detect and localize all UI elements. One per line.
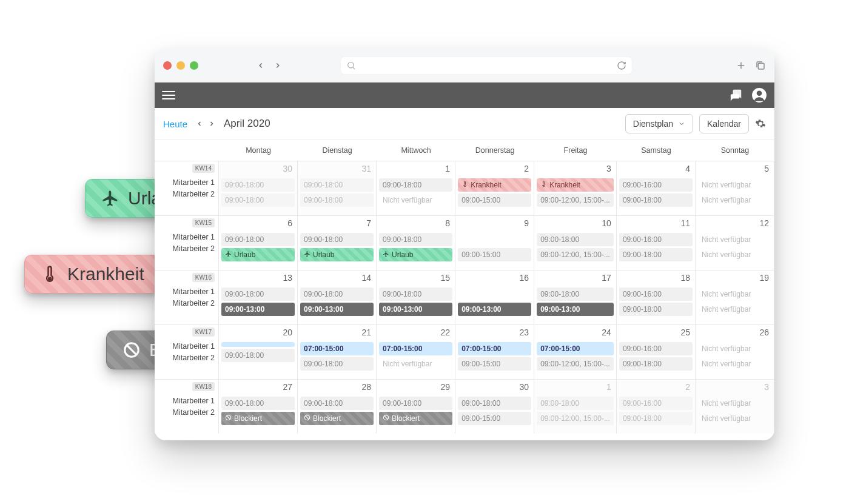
calendar-entry[interactable]: 09:00-16:00 <box>619 397 693 410</box>
calendar-entry[interactable]: 09:00-18:00 <box>221 287 295 301</box>
calendar-entry[interactable]: 09:00-18:00 <box>619 303 693 316</box>
calendar-entry[interactable]: 09:00-18:00 <box>379 178 452 192</box>
calendar-entry[interactable]: 09:00-15:00 <box>458 357 531 371</box>
calendar-day-cell[interactable]: 12 Nicht verfügbarNicht verfügbar <box>696 215 774 270</box>
calendar-entry[interactable]: 09:00-16:00 <box>619 287 693 301</box>
calendar-entry[interactable]: 09:00-18:00 <box>221 178 295 192</box>
calendar-day-cell[interactable]: 22 07:00-15:00Nicht verfügbar <box>377 324 455 379</box>
calendar-entry[interactable]: 09:00-18:00 <box>300 397 374 410</box>
next-month-button[interactable] <box>208 120 215 127</box>
calendar-day-cell[interactable]: 1 09:00-18:00Nicht verfügbar <box>377 161 455 215</box>
calendar-day-cell[interactable]: 21 07:00-15:0009:00-18:00 <box>298 324 377 379</box>
calendar-entry[interactable]: 09:00-18:00 <box>221 349 295 362</box>
chat-icon[interactable] <box>730 89 743 102</box>
calendar-day-cell[interactable]: 29 09:00-18:00Blockiert <box>377 379 455 434</box>
calendar-day-cell[interactable]: 14 09:00-18:0009:00-13:00 <box>298 270 377 324</box>
calendar-day-cell[interactable]: 27 09:00-18:00Blockiert <box>219 379 298 434</box>
calendar-entry[interactable]: 09:00-12:00, 15:00-... <box>537 193 614 207</box>
calendar-entry[interactable]: 09:00-12:00, 15:00-... <box>537 412 614 425</box>
calendar-entry[interactable]: 07:00-15:00 <box>537 342 614 355</box>
calendar-entry[interactable]: 09:00-18:00 <box>300 193 374 207</box>
calendar-entry[interactable]: 09:00-15:00 <box>458 193 531 207</box>
calendar-entry[interactable]: 09:00-12:00, 15:00-... <box>537 357 614 371</box>
calendar-entry[interactable]: 07:00-15:00 <box>300 342 374 355</box>
calendar-entry[interactable]: 09:00-18:00 <box>537 233 614 246</box>
calendar-day-cell[interactable]: 15 09:00-18:0009:00-13:00 <box>377 270 455 324</box>
calendar-entry[interactable]: Krankheit <box>458 178 531 192</box>
calendar-entry[interactable]: Nicht verfügbar <box>698 303 771 316</box>
calendar-entry[interactable]: Urlaub <box>300 248 374 261</box>
reload-button[interactable] <box>617 61 626 70</box>
calendar-day-cell[interactable]: 2 09:00-16:0009:00-18:00 <box>617 379 696 434</box>
calendar-entry[interactable]: 07:00-15:00 <box>458 342 531 355</box>
calendar-entry[interactable]: 09:00-18:00 <box>458 397 531 410</box>
calendar-day-cell[interactable]: 26 Nicht verfügbarNicht verfügbar <box>696 324 774 379</box>
calendar-day-cell[interactable]: 18 09:00-16:0009:00-18:00 <box>617 270 696 324</box>
calendar-entry[interactable]: Nicht verfügbar <box>379 193 452 207</box>
calendar-entry[interactable]: 09:00-16:00 <box>619 178 693 192</box>
calendar-entry[interactable]: 09:00-18:00 <box>619 357 693 371</box>
calendar-entry[interactable]: 09:00-18:00 <box>619 193 693 207</box>
calendar-entry[interactable]: 09:00-18:00 <box>537 287 614 301</box>
calendar-day-cell[interactable]: 13 09:00-18:0009:00-13:00 <box>219 270 298 324</box>
calendar-day-cell[interactable]: 9 x09:00-15:00 <box>455 215 534 270</box>
calendar-day-cell[interactable]: 3 Krankheit09:00-12:00, 15:00-... <box>534 161 617 215</box>
calendar-entry[interactable]: 09:00-15:00 <box>458 412 531 425</box>
calendar-day-cell[interactable]: 11 09:00-16:0009:00-18:00 <box>617 215 696 270</box>
calendar-entry[interactable]: 09:00-13:00 <box>379 303 452 316</box>
calendar-entry[interactable]: Nicht verfügbar <box>698 248 771 261</box>
calendar-day-cell[interactable]: 30 09:00-18:0009:00-18:00 <box>219 161 298 215</box>
calendar-day-cell[interactable]: 3 Nicht verfügbarNicht verfügbar <box>696 379 774 434</box>
maximize-window-button[interactable] <box>190 61 198 70</box>
calendar-entry[interactable]: 09:00-18:00 <box>221 397 295 410</box>
calendar-day-cell[interactable]: 16 x09:00-13:00 <box>455 270 534 324</box>
calendar-entry[interactable]: 09:00-12:00, 15:00-... <box>537 248 614 261</box>
calendar-entry[interactable]: Nicht verfügbar <box>698 193 771 207</box>
calendar-day-cell[interactable]: 17 09:00-18:0009:00-13:00 <box>534 270 617 324</box>
calendar-day-cell[interactable]: 24 07:00-15:0009:00-12:00, 15:00-... <box>534 324 617 379</box>
calendar-entry[interactable]: 09:00-15:00 <box>458 248 531 261</box>
calendar-entry[interactable]: Nicht verfügbar <box>698 357 771 371</box>
calendar-day-cell[interactable]: 8 09:00-18:00Urlaub <box>377 215 455 270</box>
calendar-entry[interactable]: Nicht verfügbar <box>698 287 771 301</box>
calendar-entry[interactable]: Nicht verfügbar <box>698 233 771 246</box>
forward-button[interactable] <box>270 58 286 73</box>
calendar-day-cell[interactable]: 5 Nicht verfügbarNicht verfügbar <box>696 161 774 215</box>
calendar-day-cell[interactable]: 6 09:00-18:00Urlaub <box>219 215 298 270</box>
calendar-entry[interactable]: 09:00-18:00 <box>300 233 374 246</box>
calendar-day-cell[interactable]: 25 09:00-16:0009:00-18:00 <box>617 324 696 379</box>
calendar-entry[interactable]: 09:00-13:00 <box>537 303 614 316</box>
tabs-icon[interactable] <box>755 60 766 71</box>
calendar-entry[interactable]: 09:00-18:00 <box>300 178 374 192</box>
calendar-entry[interactable]: 09:00-18:00 <box>619 412 693 425</box>
calendar-entry[interactable]: Blockiert <box>221 412 295 425</box>
close-window-button[interactable] <box>163 61 172 70</box>
calendar-entry[interactable]: Urlaub <box>379 248 452 261</box>
calendar-entry[interactable]: 07:00-15:00 <box>379 342 452 355</box>
calendar-entry[interactable]: 09:00-13:00 <box>221 303 295 316</box>
user-avatar-icon[interactable] <box>751 87 767 103</box>
calendar-entry[interactable]: 09:00-18:00 <box>619 248 693 261</box>
calendar-day-cell[interactable]: 23 07:00-15:0009:00-15:00 <box>455 324 534 379</box>
calendar-day-cell[interactable]: 31 09:00-18:0009:00-18:00 <box>298 161 377 215</box>
calendar-entry[interactable]: 09:00-18:00 <box>379 233 452 246</box>
calendar-entry[interactable]: 09:00-18:00 <box>379 397 452 410</box>
today-button[interactable]: Heute <box>163 119 187 129</box>
calendar-entry[interactable]: Krankheit <box>537 178 614 192</box>
calendar-day-cell[interactable]: 10 09:00-18:0009:00-12:00, 15:00-... <box>534 215 617 270</box>
url-bar[interactable] <box>340 56 633 75</box>
calendar-entry[interactable]: 09:00-13:00 <box>458 303 531 316</box>
calendar-day-cell[interactable]: 2 Krankheit09:00-15:00 <box>455 161 534 215</box>
calendar-entry[interactable]: Nicht verfügbar <box>698 412 771 425</box>
calendar-entry[interactable]: 09:00-13:00 <box>300 303 374 316</box>
back-button[interactable] <box>253 58 269 73</box>
calendar-entry[interactable]: Blockiert <box>379 412 452 425</box>
calendar-entry[interactable]: 09:00-18:00 <box>537 397 614 410</box>
prev-month-button[interactable] <box>196 120 203 127</box>
calendar-day-cell[interactable]: 7 09:00-18:00Urlaub <box>298 215 377 270</box>
calendar-day-cell[interactable]: 20 09:00-18:00 <box>219 324 298 379</box>
calendar-entry[interactable]: Nicht verfügbar <box>698 397 771 410</box>
calendar-entry[interactable]: 09:00-18:00 <box>379 287 452 301</box>
calendar-day-cell[interactable]: 1 09:00-18:0009:00-12:00, 15:00-... <box>534 379 617 434</box>
calendar-day-cell[interactable]: 30 09:00-18:0009:00-15:00 <box>455 379 534 434</box>
